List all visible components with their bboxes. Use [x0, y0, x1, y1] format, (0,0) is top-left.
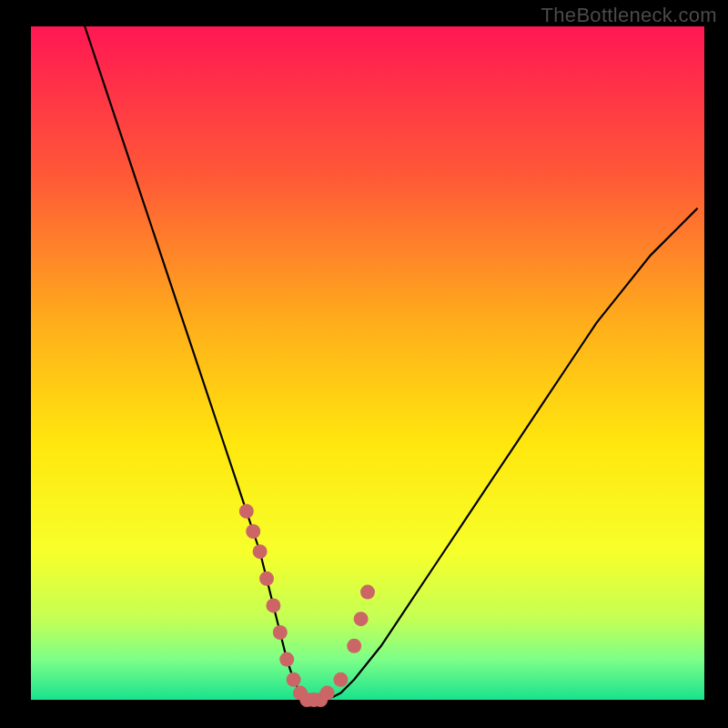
highlight-dot	[354, 612, 369, 626]
highlight-dot	[320, 686, 335, 701]
highlight-dot	[360, 585, 375, 600]
highlight-dot	[246, 524, 260, 539]
highlight-dot	[333, 672, 348, 687]
chart-container: TheBottleneck.com	[0, 0, 728, 728]
highlight-dot	[279, 652, 294, 667]
highlight-dot	[239, 504, 254, 519]
highlight-dot	[273, 625, 288, 640]
highlight-dot	[259, 571, 274, 586]
highlight-dot	[287, 672, 301, 687]
highlight-dot	[253, 544, 268, 559]
highlight-dot	[266, 598, 280, 612]
highlight-dot	[347, 639, 361, 653]
bottleneck-chart	[0, 0, 728, 728]
watermark-label: TheBottleneck.com	[541, 4, 717, 27]
